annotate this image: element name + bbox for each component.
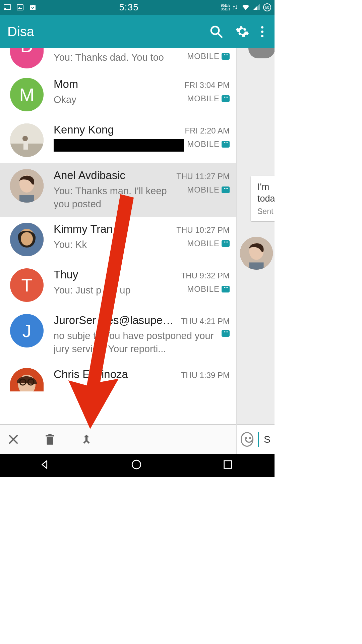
contact-name: Kimmy Tran [54, 223, 174, 235]
conversation-item-selected[interactable]: Anel Avdibasic THU 11:27 PM You: Thanks … [0, 163, 236, 217]
svg-point-6 [22, 136, 28, 141]
avatar [248, 48, 275, 58]
conversation-item[interactable]: M Mom FRI 3:04 PM Okay MOBILE [0, 72, 236, 117]
battery-circle-icon: 50 [263, 3, 271, 11]
timestamp: FRI 2:20 AM [185, 126, 230, 136]
contact-name: Chris Espinoza [54, 368, 179, 381]
avatar: J [10, 314, 44, 347]
service-tag: MOBILE [187, 140, 230, 149]
svg-rect-25 [249, 262, 263, 270]
app-bar: Disa [0, 15, 275, 48]
message-input[interactable]: S [264, 434, 270, 445]
close-icon[interactable] [6, 432, 21, 447]
emoji-icon[interactable] [241, 432, 253, 447]
svg-rect-7 [23, 141, 28, 150]
android-nav-bar [0, 454, 275, 477]
message-preview: You: Thanks dad. You too [54, 51, 184, 64]
avatar [10, 368, 44, 391]
avatar: T [10, 268, 44, 302]
text-cursor [258, 432, 259, 447]
service-tag: MOBILE [187, 52, 230, 61]
contact-name: Mom [54, 78, 182, 91]
message-input-row: S [237, 424, 275, 454]
timestamp: FRI 3:04 PM [184, 80, 230, 90]
merge-icon[interactable] [79, 432, 94, 447]
search-icon[interactable] [208, 23, 224, 40]
service-tag: MOBILE [187, 94, 230, 103]
svg-point-26 [132, 460, 141, 469]
message-preview: You: Kk [54, 238, 184, 251]
message-preview: no subje t / You have postponed your jur… [54, 329, 218, 356]
conversation-item[interactable]: Kenny Kong FRI 2:20 AM MOBILE [0, 117, 236, 163]
avatar [240, 237, 273, 270]
outgoing-message-bubble[interactable]: I'm toda Sent [251, 176, 275, 221]
message-preview: You: Thanks man. I'll keep you posted [54, 184, 184, 211]
conversation-item[interactable]: Kimmy Tran THU 10:27 PM You: Kk MOBILE [0, 217, 236, 262]
updown-icon [233, 3, 239, 11]
timestamp: THU 11:27 PM [176, 172, 230, 181]
svg-line-3 [218, 33, 222, 37]
conversation-item[interactable]: D You: Thanks dad. You too MOBILE [0, 48, 236, 72]
timestamp: THU 9:32 PM [181, 271, 230, 280]
avatar [10, 169, 44, 203]
contact-name: Anel Avdibasic [54, 169, 174, 182]
sms-bubble-icon [222, 141, 230, 148]
service-tag: MOBILE [187, 284, 230, 294]
timestamp: THU 1:39 PM [181, 371, 230, 380]
timestamp: THU 4:21 PM [181, 317, 230, 326]
message-preview: You: Just p led up [54, 284, 184, 297]
signal-icon [252, 3, 260, 11]
svg-rect-21 [48, 434, 52, 435]
app-title: Disa [7, 24, 198, 39]
timestamp: THU 10:27 PM [176, 225, 230, 235]
home-button[interactable] [131, 459, 144, 472]
cast-icon [3, 3, 11, 11]
conversation-item[interactable]: Chris Espinoza THU 1:39 PM [0, 362, 236, 391]
conversation-item[interactable]: J JurorSer ices@lasupe… THU 4:21 PM no s… [0, 308, 236, 362]
message-status: Sent [257, 207, 275, 217]
status-time: 5:35 [37, 2, 221, 13]
message-preview: Okay [54, 93, 184, 106]
selection-action-bar [0, 424, 236, 454]
contact-name: Thuy [54, 268, 179, 281]
briefcase-check-icon [29, 3, 37, 11]
sms-bubble-icon [222, 330, 230, 337]
conversation-list[interactable]: D You: Thanks dad. You too MOBILE M Mom [0, 48, 237, 454]
wifi-icon [242, 3, 250, 11]
contact-name: JurorSer ices@lasupe… [54, 314, 179, 327]
avatar: M [10, 78, 44, 111]
settings-gear-icon[interactable] [234, 23, 250, 40]
back-button[interactable] [39, 459, 53, 472]
sms-bubble-icon [222, 240, 230, 247]
chat-peek-panel: I'm toda Sent S [237, 48, 275, 454]
service-tag [222, 330, 230, 337]
message-preview-redacted [54, 139, 184, 152]
picture-icon [16, 3, 24, 11]
avatar: D [10, 48, 44, 68]
sms-bubble-icon [222, 53, 230, 60]
svg-rect-1 [17, 5, 23, 10]
sms-bubble-icon [222, 286, 230, 292]
sms-bubble-icon [222, 95, 230, 102]
svg-point-13 [21, 232, 33, 246]
svg-rect-27 [224, 461, 232, 469]
contact-name: Kenny Kong [54, 123, 183, 136]
sms-bubble-icon [222, 186, 230, 193]
status-bar: 5:35 95B/s 95B/s 50 [0, 0, 275, 15]
avatar [10, 223, 44, 256]
svg-rect-10 [19, 195, 34, 203]
svg-rect-20 [46, 435, 54, 436]
recents-button[interactable] [222, 459, 236, 472]
service-tag: MOBILE [187, 239, 230, 248]
avatar [10, 123, 44, 157]
overflow-menu-icon[interactable] [257, 23, 267, 40]
delete-trash-icon[interactable] [43, 432, 57, 447]
conversation-item[interactable]: T Thuy THU 9:32 PM You: Just p led up MO… [0, 262, 236, 308]
net-speed: 95B/s 95B/s [221, 4, 230, 11]
service-tag: MOBILE [187, 185, 230, 195]
